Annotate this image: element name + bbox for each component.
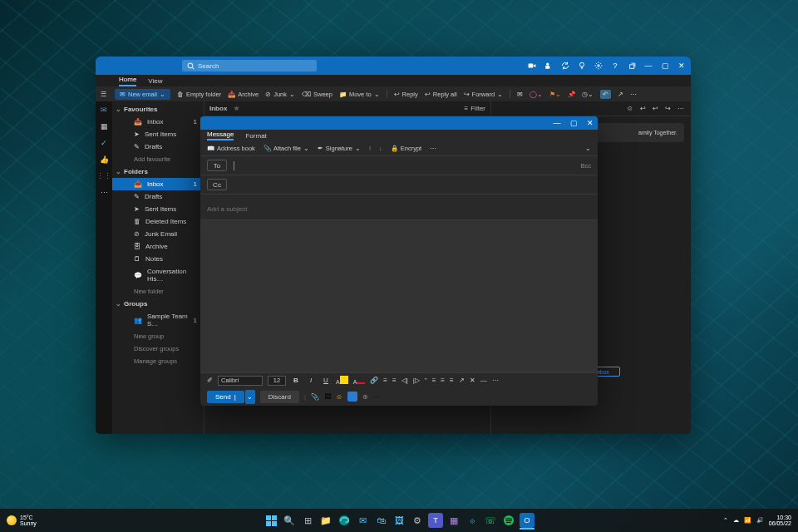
send-options-button[interactable]: ⌄ xyxy=(245,390,255,404)
underline-button[interactable]: U xyxy=(321,377,331,384)
manage-groups-link[interactable]: Manage groups xyxy=(112,355,204,367)
folder-deleted[interactable]: 🗑Deleted Items xyxy=(112,215,204,228)
tab-format[interactable]: Format xyxy=(245,132,266,140)
fav-drafts[interactable]: ✎Drafts xyxy=(112,140,204,153)
subject-input[interactable] xyxy=(207,205,591,213)
font-color-button[interactable]: A xyxy=(353,376,366,386)
bcc-link[interactable]: Bcc xyxy=(580,162,591,170)
forward-button[interactable]: ↪Forward⌄ xyxy=(464,91,504,98)
sweep-button[interactable]: ⌫Sweep xyxy=(302,91,332,98)
folders-section[interactable]: Folders xyxy=(112,165,204,178)
send-button[interactable]: Send| xyxy=(207,391,244,403)
address-book-button[interactable]: 📖Address book xyxy=(207,145,255,152)
new-email-button[interactable]: ✉ New email ⌄ xyxy=(115,89,170,100)
forward-icon[interactable]: ↪ xyxy=(665,105,671,112)
tab-message[interactable]: Message xyxy=(207,131,234,140)
reply-icon[interactable]: ↩ xyxy=(640,105,646,112)
read-unread-icon[interactable]: ✉ xyxy=(517,91,523,98)
rail-app-icon[interactable]: ⋮⋮ xyxy=(99,171,109,181)
more-icon[interactable]: ⋯ xyxy=(430,145,436,152)
folder-drafts[interactable]: ✎Drafts xyxy=(112,190,204,203)
settings-icon[interactable]: ⚙ xyxy=(410,513,425,528)
accessibility-icon[interactable]: ⊕ xyxy=(362,393,368,401)
taskbar-clock[interactable]: 10:30 06/05/22 xyxy=(769,515,791,526)
star-icon[interactable]: ★ xyxy=(234,105,239,112)
undo-icon[interactable]: ↶ xyxy=(600,90,611,99)
highlight-button[interactable]: A xyxy=(336,376,348,386)
encrypt-button[interactable]: 🔒Encrypt xyxy=(391,145,421,152)
reply-all-button[interactable]: ↩Reply all xyxy=(425,91,457,98)
taskbar-weather[interactable]: 15°C Sunny xyxy=(0,515,37,526)
snooze-icon[interactable]: ◷⌄ xyxy=(582,91,594,98)
start-button[interactable] xyxy=(264,513,278,528)
tips-icon[interactable] xyxy=(578,62,586,70)
emoji-icon[interactable]: ☺ xyxy=(336,393,342,401)
move-to-button[interactable]: 📁Move to⌄ xyxy=(339,91,380,98)
tab-view[interactable]: View xyxy=(148,77,162,86)
tray-chevron-icon[interactable]: ⌃ xyxy=(723,517,728,524)
empty-folder-button[interactable]: 🗑Empty folder xyxy=(177,91,221,98)
link-icon[interactable]: 🔗 xyxy=(370,377,378,384)
outlook-icon[interactable]: O xyxy=(520,513,534,528)
signature-button[interactable]: ✒Signature⌄ xyxy=(318,145,361,152)
folder-sent[interactable]: ➤Sent Items xyxy=(112,203,204,215)
pin-icon[interactable]: 📌 xyxy=(568,91,575,98)
folder-notes[interactable]: 🗒Notes xyxy=(112,253,204,265)
wifi-icon[interactable]: 📶 xyxy=(744,517,751,524)
fav-inbox[interactable]: 📥Inbox1 xyxy=(112,116,204,128)
folder-archive[interactable]: 🗄Archive xyxy=(112,240,204,253)
print-icon[interactable]: ↗ xyxy=(618,91,623,98)
group-sample-team[interactable]: 👥Sample Team S…1 xyxy=(112,310,204,330)
store-icon[interactable]: 🛍 xyxy=(373,513,388,528)
to-input[interactable] xyxy=(234,161,580,170)
reply-button[interactable]: ↩Reply xyxy=(394,91,418,98)
more-icon[interactable]: ⋯ xyxy=(630,91,637,98)
vscode-icon[interactable]: ⟐ xyxy=(465,513,480,528)
new-window-icon[interactable] xyxy=(628,62,636,70)
groups-section[interactable]: Groups xyxy=(112,298,204,310)
teams-icon[interactable]: T xyxy=(428,513,443,528)
to-button[interactable]: To xyxy=(207,160,227,171)
search-box[interactable]: Search xyxy=(182,60,317,71)
folder-inbox[interactable]: 📥Inbox1 xyxy=(112,178,204,190)
italic-button[interactable]: I xyxy=(306,377,316,384)
strikethrough-icon[interactable]: ✕ xyxy=(470,377,475,384)
hamburger-icon[interactable]: ☰ xyxy=(101,91,106,98)
more-icon[interactable]: ⋯ xyxy=(373,393,380,401)
font-size-input[interactable] xyxy=(268,376,286,386)
explorer-icon[interactable]: 📁 xyxy=(318,513,333,528)
onedrive-icon[interactable]: ☁ xyxy=(733,517,739,524)
importance-high-icon[interactable]: ! xyxy=(369,145,371,152)
mail-icon[interactable]: ✉ xyxy=(355,513,370,528)
meet-now-icon[interactable] xyxy=(528,62,536,70)
photos-icon[interactable]: 🖼 xyxy=(392,513,406,528)
numbering-icon[interactable]: ≡ xyxy=(392,377,397,384)
whatsapp-icon[interactable]: ☏ xyxy=(483,513,498,528)
maximize-icon[interactable]: ▢ xyxy=(661,62,669,70)
rail-people-icon[interactable]: ✓ xyxy=(99,138,109,148)
teams-icon[interactable] xyxy=(544,62,553,70)
discover-groups-link[interactable]: Discover groups xyxy=(112,342,204,355)
fav-sent[interactable]: ➤Sent Items xyxy=(112,128,204,140)
more-format-icon[interactable]: ⋯ xyxy=(492,377,499,384)
settings-icon[interactable] xyxy=(594,62,603,70)
tab-home[interactable]: Home xyxy=(119,76,136,86)
app-purple-icon[interactable]: ▦ xyxy=(446,513,461,528)
volume-icon[interactable]: 🔊 xyxy=(756,517,764,524)
folder-conversation-history[interactable]: 💬Conversation His… xyxy=(112,265,204,285)
junk-button[interactable]: ⊘Junk⌄ xyxy=(265,91,295,98)
attach-file-button[interactable]: 📎Attach file⌄ xyxy=(264,145,309,152)
indent-icon[interactable]: |▷ xyxy=(413,377,420,384)
folder-junk[interactable]: ⊘Junk Email xyxy=(112,228,204,240)
filter-button[interactable]: ≡ Filter xyxy=(465,105,485,112)
help-icon[interactable]: ? xyxy=(611,62,619,70)
quote-icon[interactable]: " xyxy=(425,377,427,384)
rail-calendar-icon[interactable]: ▦ xyxy=(99,121,109,131)
format-painter-icon[interactable]: ✐ xyxy=(207,377,213,384)
font-name-input[interactable] xyxy=(218,376,263,386)
sync-icon[interactable] xyxy=(561,62,569,70)
bold-button[interactable]: B xyxy=(291,377,301,384)
reply-all-icon[interactable]: ↩ xyxy=(653,105,658,112)
smile-icon[interactable]: ☺ xyxy=(627,105,633,112)
align-right-icon[interactable]: ≡ xyxy=(450,377,454,384)
